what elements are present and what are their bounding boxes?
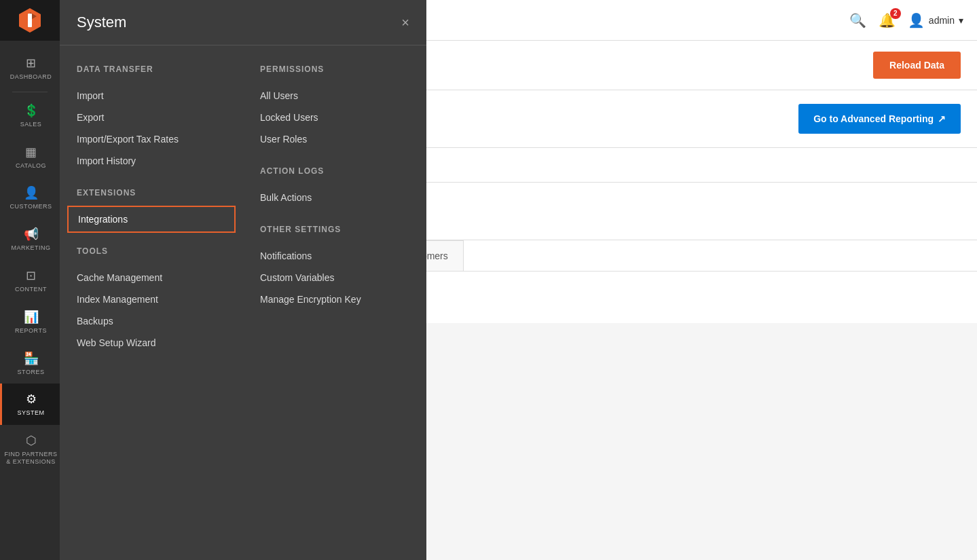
extensions-section: Extensions Integrations (77, 188, 226, 233)
sidebar-item-content[interactable]: ⊡ CONTENT (0, 260, 60, 301)
sidebar-item-label: CATALOG (16, 162, 46, 170)
search-icon[interactable]: 🔍 (849, 12, 866, 29)
menu-item-index-management[interactable]: Index Management (77, 288, 226, 310)
sidebar-item-find-partners[interactable]: ⬡ FIND PARTNERS & EXTENSIONS (0, 425, 60, 474)
system-menu-header: System × (60, 0, 426, 45)
sidebar-item-label: SALES (20, 121, 42, 128)
menu-item-import[interactable]: Import (77, 85, 226, 107)
sidebar-item-catalog[interactable]: ▦ CATALOG (0, 136, 60, 178)
notifications-button[interactable]: 🔔 2 (879, 12, 896, 29)
user-label: admin (929, 15, 955, 26)
system-menu-close-button[interactable]: × (401, 15, 409, 31)
menu-item-integrations[interactable]: Integrations (67, 206, 236, 233)
sidebar-item-label: FIND PARTNERS & EXTENSIONS (2, 451, 60, 466)
dropdown-arrow-icon: ▾ (959, 15, 963, 26)
sidebar-item-stores[interactable]: 🏪 STORES (0, 343, 60, 384)
menu-item-locked-users[interactable]: Locked Users (260, 107, 409, 128)
marketing-icon: 📢 (24, 227, 39, 242)
menu-item-all-users[interactable]: All Users (260, 85, 409, 107)
menu-item-user-roles[interactable]: User Roles (260, 128, 409, 150)
sidebar-item-label: CONTENT (15, 286, 47, 293)
sidebar-item-dashboard[interactable]: ⊞ DASHBOARD (0, 48, 60, 89)
sidebar-item-label: REPORTS (15, 327, 47, 335)
sidebar: ⊞ DASHBOARD 💲 SALES ▦ CATALOG 👤 CUSTOMER… (0, 0, 60, 560)
external-link-icon: ↗ (938, 113, 946, 124)
sidebar-item-label: DASHBOARD (10, 73, 52, 81)
system-menu-title: System (77, 14, 126, 31)
menu-item-import-history[interactable]: Import History (77, 150, 226, 172)
other-settings-section-title: Other Settings (260, 225, 409, 234)
extensions-section-title: Extensions (77, 188, 226, 198)
menu-item-custom-variables[interactable]: Custom Variables (260, 267, 409, 288)
action-logs-section: Action Logs Bulk Actions (260, 166, 409, 208)
user-avatar-icon: 👤 (908, 12, 925, 29)
reports-icon: 📊 (24, 310, 39, 324)
permissions-section-title: Permissions (260, 64, 409, 74)
stores-icon: 🏪 (24, 351, 39, 366)
tools-section-title: Tools (77, 246, 226, 256)
svg-rect-2 (28, 14, 32, 27)
reload-data-button[interactable]: Reload Data (873, 52, 961, 79)
system-menu-overlay: System × Data Transfer Import Export Imp… (60, 0, 426, 560)
menu-item-backups[interactable]: Backups (77, 310, 226, 332)
sidebar-item-sales[interactable]: 💲 SALES (0, 95, 60, 136)
content-icon: ⊡ (26, 268, 36, 283)
menu-item-notifications[interactable]: Notifications (260, 245, 409, 267)
sidebar-item-label: STORES (18, 369, 45, 376)
sales-icon: 💲 (24, 103, 39, 118)
sidebar-navigation: ⊞ DASHBOARD 💲 SALES ▦ CATALOG 👤 CUSTOMER… (0, 48, 60, 474)
system-menu-left-col: Data Transfer Import Export Import/Expor… (60, 45, 243, 560)
sidebar-logo (0, 0, 60, 41)
menu-item-import-export-tax-rates[interactable]: Import/Export Tax Rates (77, 128, 226, 150)
action-logs-section-title: Action Logs (260, 166, 409, 176)
find-partners-icon: ⬡ (26, 433, 37, 448)
data-transfer-section-title: Data Transfer (77, 64, 226, 74)
sidebar-item-label: MARKETING (11, 244, 50, 252)
header-icons: 🔍 🔔 2 👤 admin ▾ (849, 12, 963, 29)
sidebar-item-label: CUSTOMERS (10, 203, 52, 210)
menu-item-export[interactable]: Export (77, 107, 226, 128)
notification-badge: 2 (890, 8, 901, 19)
customers-icon: 👤 (24, 185, 39, 200)
other-settings-section: Other Settings Notifications Custom Vari… (260, 225, 409, 310)
sidebar-item-reports[interactable]: 📊 REPORTS (0, 301, 60, 343)
sidebar-item-label: SYSTEM (17, 409, 44, 417)
system-menu-right-col: Permissions All Users Locked Users User … (243, 45, 426, 560)
nav-divider (12, 92, 48, 92)
sidebar-item-marketing[interactable]: 📢 MARKETING (0, 219, 60, 260)
catalog-icon: ▦ (25, 145, 37, 160)
tools-section: Tools Cache Management Index Management … (77, 246, 226, 354)
advanced-reporting-button[interactable]: Go to Advanced Reporting ↗ (798, 104, 961, 134)
menu-item-bulk-actions[interactable]: Bulk Actions (260, 187, 409, 208)
sidebar-item-customers[interactable]: 👤 CUSTOMERS (0, 177, 60, 219)
dashboard-icon: ⊞ (26, 56, 36, 71)
menu-item-manage-encryption-key[interactable]: Manage Encryption Key (260, 288, 409, 310)
system-menu-body: Data Transfer Import Export Import/Expor… (60, 45, 426, 560)
menu-item-cache-management[interactable]: Cache Management (77, 267, 226, 288)
sidebar-item-system[interactable]: ⚙ SYSTEM (0, 384, 60, 425)
system-icon: ⚙ (26, 392, 37, 407)
menu-item-web-setup-wizard[interactable]: Web Setup Wizard (77, 332, 226, 354)
user-menu-button[interactable]: 👤 admin ▾ (908, 12, 963, 29)
